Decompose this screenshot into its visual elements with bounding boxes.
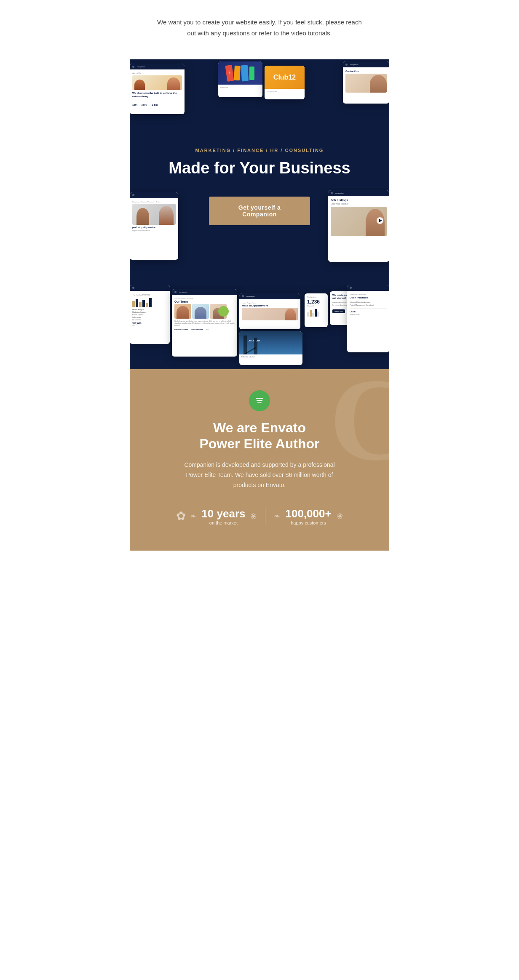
contact-title: Contact Us: [345, 70, 387, 72]
infrastructure: Infrastructure: [350, 314, 387, 316]
nav-dot-t: [174, 291, 177, 293]
contact-person: [370, 75, 387, 93]
team-member-1: [177, 306, 189, 319]
person-shape: [167, 77, 180, 90]
laurel-left-1: ✿: [176, 510, 186, 522]
stat-content-2: 100,000+ happy customers: [285, 507, 331, 525]
stats-mini-period: this week: [307, 305, 325, 307]
stat-block-1: ✿ ❧ 10 years on the market ❀: [176, 507, 257, 525]
stats-mini-card: Total visitors 1,236 this week: [305, 293, 328, 327]
appt-person: [285, 309, 296, 320]
member-1-name: Roberto Cáceres: [174, 328, 188, 330]
analytics-items: Market Analysis Marketing Strategy Cleve…: [132, 309, 167, 321]
mini-chart: [307, 308, 325, 317]
harbor-label: OUR STORY: [248, 339, 260, 342]
laurel-branch-l1: ❧: [190, 511, 196, 521]
icon-lines: [256, 398, 263, 404]
open-positions-title: Open Positions: [350, 296, 387, 299]
stats-mini-body: Total visitors 1,236 this week: [305, 293, 328, 319]
club-card: Club12 Fashion store: [265, 66, 305, 99]
club-sub: Fashion store: [267, 91, 302, 93]
nav-dot-c: [345, 64, 348, 66]
appt-logo: companion: [246, 295, 255, 297]
stats-divider: [265, 508, 265, 525]
team-card: companion Services Teams Products Our Te…: [172, 289, 237, 357]
team-nav-links: Services Teams Products: [174, 298, 235, 300]
laurel-branch-r2: ❀: [337, 511, 343, 521]
envato-title-line1: We are Envato: [213, 420, 306, 435]
main-headline: Made for Your Business: [130, 157, 389, 188]
contact-logo: companion: [350, 64, 358, 66]
position-item-1: Industry Marketing Manager: [350, 301, 387, 304]
harbor-image: OUR STORY: [239, 331, 302, 354]
team-logo: companion: [179, 291, 187, 293]
demo-button[interactable]: Watch now: [332, 309, 345, 313]
nav-dot-ap: [242, 295, 244, 297]
book-red: IBO: [225, 65, 234, 82]
bar-1: [132, 301, 135, 307]
category-text: MARKETING / FINANCE / HR / CONSULTING: [130, 139, 389, 157]
book-blue: [241, 65, 249, 81]
about-label: About Us: [132, 72, 182, 75]
appointment-card: companion Home Pages News Make an Appoin…: [239, 293, 300, 329]
books-footer: Resources: [218, 85, 262, 90]
stat-block-2: ❧ 100,000+ happy customers ❀: [274, 507, 342, 525]
stats-mini-label: Total visitors: [307, 296, 325, 298]
envato-icon: [249, 390, 270, 411]
team-photos: [174, 304, 235, 319]
intro-text: We want you to create your website easil…: [155, 17, 364, 38]
positions-list: Industry Marketing Manager Project Manag…: [350, 301, 387, 306]
stat-120: 120+: [132, 100, 138, 107]
mc-1: [307, 312, 309, 317]
books-visual: IBO: [218, 61, 262, 85]
bubble-inner: [221, 308, 226, 312]
revenue-sub: Total: [132, 325, 167, 327]
open-positions-card: Finance & Resources Open Positions Indus…: [347, 285, 389, 352]
stat-2bn: +2 bln: [150, 100, 158, 107]
stat-content-1: 10 years on the market: [201, 507, 245, 525]
appt-image: [242, 308, 298, 320]
team-photo-2: [192, 304, 209, 319]
book-orange: [234, 66, 241, 81]
bar-chart: [132, 297, 167, 307]
books-card: IBO Resources: [218, 61, 262, 97]
contact-nav: companion: [343, 61, 389, 67]
item-5: All services: [132, 319, 167, 321]
champion-text: We champion the bold to achieve the extr…: [132, 92, 182, 99]
bar-2: [136, 299, 138, 307]
marketing-section: companion About Us We champion the bold …: [130, 59, 389, 369]
mc-5: [317, 312, 319, 317]
member-more: Mo...: [206, 328, 210, 330]
appt-nav: companion: [239, 293, 300, 299]
nav-dot-a: [132, 287, 134, 289]
team-nav: companion: [172, 289, 237, 295]
club-label: Club12: [273, 74, 296, 81]
bar-3: [139, 302, 142, 307]
analytics-body: TOTAL SUMMARY Market Analysis Marketing …: [130, 291, 170, 329]
envato-title: We are Envato Power Elite Author: [147, 420, 372, 452]
analytics-card: TOTAL SUMMARY Market Analysis Marketing …: [130, 285, 170, 344]
mc-3: [312, 313, 314, 317]
team-member-2: [195, 307, 206, 319]
appt-body: Home Pages News Make an Appointment: [239, 299, 300, 323]
stat-350: 350+: [142, 100, 147, 107]
bar-5: [146, 303, 148, 307]
stat-label-1: on the market: [201, 520, 245, 525]
contact-image: [345, 74, 387, 93]
club-visual: Club12: [265, 66, 305, 89]
positions-body: Finance & Resources Open Positions Indus…: [347, 291, 389, 318]
stats-mini-number: 1,236: [307, 299, 325, 305]
position-item-2: Project Management Consultant: [350, 304, 387, 306]
stats-row: ✿ ❧ 10 years on the market ❀ ❧ 100,000+ …: [147, 507, 372, 525]
crane-1: [243, 336, 247, 354]
bottom-collage: TOTAL SUMMARY Market Analysis Marketing …: [130, 285, 389, 369]
middle-collage: Services > Teams > Products > News produ…: [130, 188, 389, 285]
nav-dot: [132, 66, 134, 68]
stats-row: 120+ 350+ +2 bln: [132, 100, 182, 107]
cta-button[interactable]: Get yourself a Companion: [209, 197, 310, 225]
speech-bubble: [218, 306, 229, 317]
mc-4: [315, 309, 317, 317]
team-photo-1: [174, 304, 191, 319]
stat-label-2: happy customers: [285, 520, 331, 525]
books-subtitle: Resources: [220, 86, 260, 88]
